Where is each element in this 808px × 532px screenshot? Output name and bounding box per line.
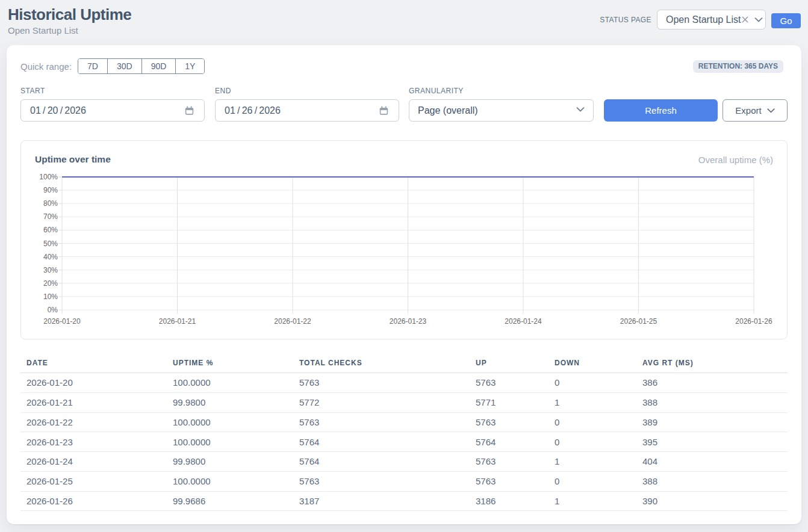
svg-text:2026-01-24: 2026-01-24 [505, 317, 542, 326]
svg-text:2026-01-26: 2026-01-26 [735, 317, 772, 326]
svg-text:2026-01-25: 2026-01-25 [620, 317, 657, 326]
svg-text:2026-01-21: 2026-01-21 [159, 317, 196, 326]
svg-text:50%: 50% [43, 240, 58, 248]
svg-text:30%: 30% [43, 266, 58, 274]
svg-text:100%: 100% [39, 173, 58, 181]
svg-text:2026-01-20: 2026-01-20 [43, 317, 81, 326]
svg-text:20%: 20% [43, 279, 58, 288]
svg-text:0%: 0% [48, 306, 58, 314]
svg-text:10%: 10% [43, 292, 58, 301]
svg-text:2026-01-23: 2026-01-23 [390, 317, 427, 326]
svg-text:2026-01-22: 2026-01-22 [274, 317, 311, 326]
svg-text:80%: 80% [43, 199, 58, 208]
svg-text:40%: 40% [43, 253, 58, 261]
svg-text:60%: 60% [43, 226, 58, 234]
svg-text:70%: 70% [43, 212, 58, 221]
svg-text:90%: 90% [43, 186, 58, 194]
